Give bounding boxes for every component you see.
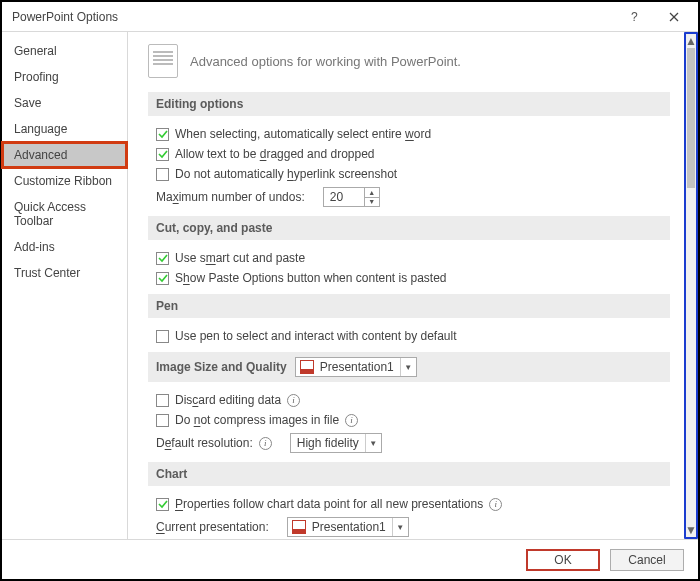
checkbox-no-compress[interactable] [156, 414, 169, 427]
spin-max-undos[interactable]: ▲▼ [323, 187, 380, 207]
checkbox-select-entire-word[interactable] [156, 128, 169, 141]
combo-current-presentation-value: Presentation1 [306, 520, 392, 534]
sidebar-item-addins[interactable]: Add-ins [2, 234, 127, 260]
label-smart-cut-paste: Use smart cut and paste [175, 251, 305, 265]
spin-down-icon[interactable]: ▼ [365, 198, 379, 207]
info-icon[interactable]: i [259, 437, 272, 450]
checkbox-chart-all-new[interactable] [156, 498, 169, 511]
label-default-resolution: Default resolution: [156, 436, 253, 450]
combo-image-target[interactable]: Presentation1 ▼ [295, 357, 417, 377]
info-icon[interactable]: i [345, 414, 358, 427]
info-icon[interactable]: i [489, 498, 502, 511]
dialog-footer: OK Cancel [2, 539, 698, 579]
ok-button[interactable]: OK [526, 549, 600, 571]
label-select-entire-word: When selecting, automatically select ent… [175, 127, 431, 141]
label-no-compress: Do not compress images in file [175, 413, 339, 427]
spin-max-undos-input[interactable] [324, 188, 364, 206]
section-image-title: Image Size and Quality [156, 360, 287, 374]
chevron-down-icon: ▼ [365, 434, 381, 452]
info-icon[interactable]: i [287, 394, 300, 407]
vertical-scrollbar[interactable]: ▲ ▼ [684, 32, 698, 539]
label-discard-editing: Discard editing data [175, 393, 281, 407]
label-chart-all-new: Properties follow chart data point for a… [175, 497, 483, 511]
section-editing: Editing options [148, 92, 670, 116]
scroll-down-icon[interactable]: ▼ [686, 523, 696, 537]
cancel-button[interactable]: Cancel [610, 549, 684, 571]
scroll-up-icon[interactable]: ▲ [686, 34, 696, 48]
titlebar: PowerPoint Options ? [2, 2, 698, 32]
presentation-icon [300, 360, 314, 374]
page-title: Advanced options for working with PowerP… [190, 54, 461, 69]
section-chart: Chart [148, 462, 670, 486]
window-title: PowerPoint Options [12, 10, 614, 24]
sidebar-item-general[interactable]: General [2, 38, 127, 64]
sidebar-item-proofing[interactable]: Proofing [2, 64, 127, 90]
checkbox-use-pen[interactable] [156, 330, 169, 343]
label-current-presentation: Current presentation: [156, 520, 269, 534]
sidebar-item-advanced[interactable]: Advanced [2, 142, 127, 168]
sidebar-item-trust-center[interactable]: Trust Center [2, 260, 127, 286]
checkbox-drag-drop[interactable] [156, 148, 169, 161]
sidebar-item-save[interactable]: Save [2, 90, 127, 116]
section-ccp: Cut, copy, and paste [148, 216, 670, 240]
scroll-thumb[interactable] [687, 48, 695, 188]
checkbox-hyperlink-screenshot[interactable] [156, 168, 169, 181]
sidebar-item-qat[interactable]: Quick Access Toolbar [2, 194, 127, 234]
help-button[interactable]: ? [614, 3, 654, 31]
checkbox-paste-options[interactable] [156, 272, 169, 285]
label-max-undos: Maximum number of undos: [156, 190, 305, 204]
page-icon [148, 44, 178, 78]
section-pen: Pen [148, 294, 670, 318]
sidebar-item-customize-ribbon[interactable]: Customize Ribbon [2, 168, 127, 194]
label-paste-options: Show Paste Options button when content i… [175, 271, 447, 285]
sidebar: General Proofing Save Language Advanced … [2, 32, 128, 539]
spin-up-icon[interactable]: ▲ [365, 188, 379, 198]
label-drag-drop: Allow text to be dragged and dropped [175, 147, 375, 161]
combo-default-resolution[interactable]: High fidelity ▼ [290, 433, 382, 453]
combo-default-resolution-value: High fidelity [291, 436, 365, 450]
section-image: Image Size and Quality Presentation1 ▼ [148, 352, 670, 382]
presentation-icon [292, 520, 306, 534]
sidebar-item-language[interactable]: Language [2, 116, 127, 142]
combo-image-target-value: Presentation1 [314, 360, 400, 374]
label-hyperlink-screenshot: Do not automatically hyperlink screensho… [175, 167, 397, 181]
label-use-pen: Use pen to select and interact with cont… [175, 329, 457, 343]
chevron-down-icon: ▼ [392, 518, 408, 536]
checkbox-smart-cut-paste[interactable] [156, 252, 169, 265]
checkbox-discard-editing[interactable] [156, 394, 169, 407]
content-pane: Advanced options for working with PowerP… [128, 32, 684, 539]
svg-text:?: ? [631, 12, 638, 22]
chevron-down-icon: ▼ [400, 358, 416, 376]
combo-current-presentation[interactable]: Presentation1 ▼ [287, 517, 409, 537]
close-button[interactable] [654, 3, 694, 31]
